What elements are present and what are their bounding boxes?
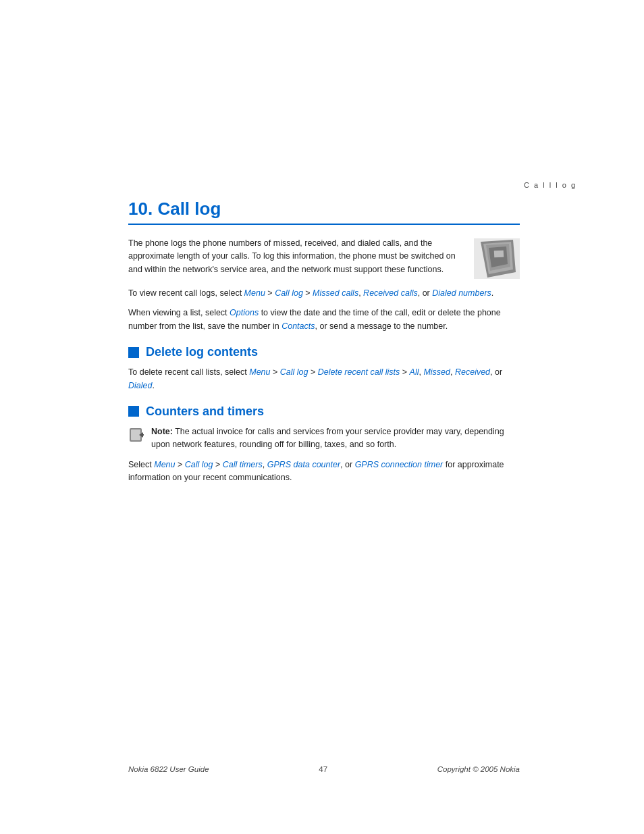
chapter-name: Call log: [157, 199, 221, 219]
note-label: Note:: [151, 427, 173, 436]
section-header-text: C a l l l o g: [524, 181, 576, 189]
counters-section-heading: Counters and timers: [128, 405, 520, 419]
nav-comma2: , or: [418, 288, 433, 298]
footer-page-number: 47: [319, 765, 327, 773]
delete-prefix: To delete recent call lists, select: [128, 367, 249, 377]
options-suffix: , or send a message to the number.: [315, 321, 448, 331]
delete-section-icon: [128, 347, 139, 358]
missed-link[interactable]: Missed: [423, 367, 450, 377]
svg-rect-5: [494, 251, 504, 258]
counters-sep2: >: [213, 460, 222, 469]
intro-text-content: The phone logs the phone numbers of miss…: [128, 238, 456, 274]
delete-suffix: .: [152, 381, 154, 390]
call-log-link-1[interactable]: Call log: [275, 288, 303, 298]
counters-comma2: , or: [340, 460, 355, 469]
delete-section-body: To delete recent call lists, select Menu…: [128, 366, 520, 392]
counters-section-body: Select Menu > Call log > Call timers, GP…: [128, 459, 520, 485]
received-link[interactable]: Received: [455, 367, 490, 377]
call-timers-link[interactable]: Call timers: [223, 460, 263, 469]
counters-section-title: Counters and timers: [146, 405, 264, 419]
svg-rect-9: [142, 434, 144, 436]
section-header: C a l l l o g: [524, 181, 576, 189]
received-calls-link[interactable]: Received calls: [363, 288, 418, 298]
dialed-numbers-link[interactable]: Dialed numbers: [432, 288, 491, 298]
delete-menu-link[interactable]: Menu: [249, 367, 270, 377]
contacts-link[interactable]: Contacts: [281, 321, 315, 331]
delete-comma2: ,: [450, 367, 455, 377]
delete-section-title: Delete log contents: [146, 345, 258, 359]
dialed-link[interactable]: Dialed: [128, 381, 152, 390]
all-link[interactable]: All: [410, 367, 419, 377]
delete-sep3: >: [400, 367, 409, 377]
delete-recent-link[interactable]: Delete recent call lists: [318, 367, 400, 377]
counters-menu-link[interactable]: Menu: [154, 460, 175, 469]
note-text: Note: The actual invoice for calls and s…: [151, 425, 520, 452]
delete-comma3: , or: [490, 367, 502, 377]
delete-section-heading: Delete log contents: [128, 345, 520, 359]
delete-call-log-link[interactable]: Call log: [280, 367, 308, 377]
footer-left: Nokia 6822 User Guide: [128, 765, 209, 773]
footer-right: Copyright © 2005 Nokia: [437, 765, 520, 773]
delete-sep2: >: [308, 367, 317, 377]
page: C a l l l o g 10. Call log The phone log…: [0, 0, 644, 834]
chapter-title: 10. Call log: [128, 196, 520, 225]
counters-prefix: Select: [128, 460, 154, 469]
note-body: The actual invoice for calls and service…: [151, 427, 504, 449]
gprs-timer-link[interactable]: GPRS connection timer: [355, 460, 444, 469]
options-paragraph: When viewing a list, select Options to v…: [128, 307, 520, 333]
intro-paragraph: The phone logs the phone numbers of miss…: [128, 237, 463, 276]
note-icon: [128, 427, 144, 443]
nav-prefix: To view recent call logs, select: [128, 288, 244, 298]
nav-paragraph: To view recent call logs, select Menu > …: [128, 287, 520, 300]
nav-sep2: >: [303, 288, 313, 298]
options-prefix: When viewing a list, select: [128, 308, 230, 317]
counters-comma1: ,: [263, 460, 267, 469]
page-footer: Nokia 6822 User Guide 47 Copyright © 200…: [128, 765, 520, 773]
counters-sep1: >: [176, 460, 185, 469]
options-link[interactable]: Options: [230, 308, 259, 317]
counters-call-log-link[interactable]: Call log: [185, 460, 213, 469]
missed-calls-link[interactable]: Missed calls: [313, 288, 358, 298]
gprs-counter-link[interactable]: GPRS data counter: [267, 460, 340, 469]
svg-rect-7: [131, 429, 140, 440]
delete-sep1: >: [271, 367, 280, 377]
phone-thumbnail-svg: [474, 238, 520, 279]
nav-sep1: >: [265, 288, 275, 298]
counters-section-icon: [128, 406, 139, 417]
intro-section: The phone logs the phone numbers of miss…: [128, 237, 520, 279]
nav-suffix: .: [491, 288, 493, 298]
chapter-number: 10.: [128, 199, 153, 219]
note-box: Note: The actual invoice for calls and s…: [128, 425, 520, 452]
main-content: 10. Call log The phone logs the phone nu…: [128, 196, 520, 490]
menu-link[interactable]: Menu: [244, 288, 265, 298]
phone-thumbnail: [474, 238, 520, 279]
